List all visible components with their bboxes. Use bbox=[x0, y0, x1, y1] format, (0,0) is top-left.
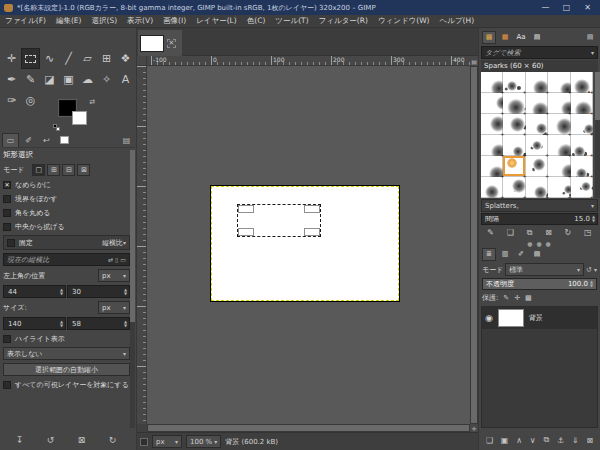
menu-layer[interactable]: レイヤー(L) bbox=[191, 16, 242, 26]
brush-item[interactable] bbox=[503, 135, 525, 156]
layer-mode-combo[interactable]: 標準 ▾ bbox=[505, 263, 584, 276]
menu-windows[interactable]: ウィンドウ(W) bbox=[373, 16, 435, 26]
raise-layer-button[interactable]: ∧ bbox=[516, 436, 522, 445]
vertical-scrollbar[interactable] bbox=[470, 66, 478, 424]
menu-filters[interactable]: フィルター(R) bbox=[314, 16, 373, 26]
position-x-field[interactable]: 44 ▲▼ bbox=[3, 285, 66, 298]
brush-item[interactable] bbox=[571, 156, 593, 177]
scrollbar-thumb[interactable] bbox=[130, 150, 135, 322]
reset-tool-options-button[interactable]: ↻ bbox=[109, 435, 117, 445]
brush-item[interactable] bbox=[548, 135, 570, 156]
brush-item[interactable] bbox=[526, 177, 548, 198]
brush-item[interactable] bbox=[548, 177, 570, 198]
open-brush-as-image-button[interactable]: ◳ bbox=[584, 228, 592, 237]
zoom-tool[interactable]: ◎ bbox=[21, 90, 40, 111]
channels-tab[interactable]: ▥ bbox=[498, 248, 512, 261]
dock-menu-icon[interactable]: ▤ bbox=[583, 31, 597, 44]
spinner-icon[interactable]: ▲▼ bbox=[124, 320, 127, 328]
landscape-icon[interactable]: ▭ bbox=[120, 256, 126, 263]
spinner-icon[interactable]: ▲▼ bbox=[60, 288, 63, 296]
lock-alpha-button[interactable]: ▩ bbox=[525, 294, 532, 302]
eraser-tool[interactable]: ◪ bbox=[40, 69, 59, 90]
dock-menu-icon[interactable]: ▤ bbox=[118, 133, 135, 147]
antialiasing-checkbox[interactable]: ✕ bbox=[3, 181, 11, 189]
brush-item[interactable] bbox=[571, 72, 593, 93]
color-picker-tool[interactable]: ✑ bbox=[2, 90, 21, 111]
brush-item[interactable] bbox=[503, 156, 525, 177]
ruler-menu-icon[interactable]: ▤ bbox=[470, 56, 478, 66]
selection-handle-top-left[interactable] bbox=[238, 205, 254, 213]
brush-item[interactable] bbox=[503, 93, 525, 114]
selection-handle-top-right[interactable] bbox=[304, 205, 320, 213]
menu-help[interactable]: ヘルプ(H) bbox=[435, 16, 480, 26]
brush-item[interactable] bbox=[481, 177, 503, 198]
brush-item[interactable] bbox=[481, 156, 503, 177]
tool-options-tab[interactable]: ▭ bbox=[2, 133, 19, 147]
menu-edit[interactable]: 編集(E) bbox=[51, 16, 87, 26]
antialiasing-row[interactable]: ✕なめらかに bbox=[3, 179, 130, 190]
scrollbar-thumb[interactable] bbox=[595, 72, 600, 120]
highlight-checkbox[interactable] bbox=[3, 335, 11, 343]
brush-item[interactable] bbox=[548, 72, 570, 93]
image-tab[interactable]: ✕ bbox=[138, 30, 182, 56]
colors-tab[interactable] bbox=[56, 133, 73, 147]
brush-item[interactable] bbox=[503, 72, 525, 93]
brush-item[interactable] bbox=[503, 177, 525, 198]
minimize-button[interactable]: — bbox=[537, 3, 554, 12]
crop-tool[interactable]: ▱ bbox=[78, 48, 97, 69]
brush-item[interactable] bbox=[571, 177, 593, 198]
brush-item[interactable] bbox=[571, 93, 593, 114]
patterns-tab[interactable]: ▦ bbox=[498, 31, 512, 44]
brushes-tab[interactable]: ▩ bbox=[482, 31, 496, 44]
fonts-tab[interactable]: Aa bbox=[514, 31, 528, 44]
layer-row[interactable]: ◉背景 bbox=[482, 307, 597, 329]
menu-image[interactable]: 画像(I) bbox=[158, 16, 191, 26]
lower-layer-button[interactable]: ∨ bbox=[530, 436, 536, 445]
guides-dropdown[interactable]: 表示しない ▾ bbox=[3, 347, 130, 360]
brush-item[interactable] bbox=[548, 156, 570, 177]
fixed-row[interactable]: 固定 縦横比 ▾ bbox=[3, 235, 130, 250]
duplicate-brush-button[interactable]: ⧉ bbox=[527, 228, 533, 238]
anchor-layer-button[interactable]: ⚓ bbox=[557, 436, 564, 445]
feather-edges-row[interactable]: 境界をぼかす bbox=[3, 193, 130, 204]
mode-add-button[interactable]: ⊞ bbox=[47, 164, 60, 176]
swap-aspect-icon[interactable]: ⇄ bbox=[108, 256, 113, 263]
delete-tool-preset-button[interactable]: ⊠ bbox=[78, 435, 86, 445]
spinner-icon[interactable]: ▲▼ bbox=[592, 215, 595, 223]
scrollbar-thumb[interactable] bbox=[471, 67, 477, 423]
close-button[interactable]: ✕ bbox=[579, 3, 596, 12]
brush-item[interactable] bbox=[503, 114, 525, 135]
lock-position-button[interactable]: ✛ bbox=[514, 294, 520, 302]
edit-brush-button[interactable]: ✎ bbox=[487, 228, 494, 237]
move-tool[interactable]: ✛ bbox=[2, 48, 21, 69]
brush-item[interactable] bbox=[548, 93, 570, 114]
clone-tool[interactable]: ▣ bbox=[59, 69, 78, 90]
menu-select[interactable]: 選択(S) bbox=[86, 16, 122, 26]
feather-edges-checkbox[interactable] bbox=[3, 195, 11, 203]
device-status-tab[interactable]: ✐ bbox=[20, 133, 37, 147]
layers-tab[interactable]: ≣ bbox=[482, 248, 496, 261]
vertical-ruler[interactable]: -1000100200300 bbox=[137, 66, 147, 424]
restore-tool-preset-button[interactable]: ↺ bbox=[47, 435, 55, 445]
new-layer-group-button[interactable]: ▣ bbox=[501, 436, 509, 445]
sample-merged-checkbox[interactable] bbox=[3, 381, 11, 389]
default-colors-icon[interactable] bbox=[53, 124, 60, 131]
undo-history-tab[interactable]: ↩ bbox=[38, 133, 55, 147]
mode-replace-button[interactable]: □ bbox=[32, 164, 45, 176]
selection-handle-bottom-left[interactable] bbox=[238, 228, 254, 236]
delete-brush-button[interactable]: ⊠ bbox=[545, 228, 552, 237]
brush-tags-input[interactable]: Splatters, ▾ bbox=[481, 199, 598, 212]
brush-item[interactable] bbox=[481, 135, 503, 156]
delete-layer-button[interactable]: ⊠ bbox=[586, 436, 593, 445]
canvas-image[interactable] bbox=[211, 186, 399, 301]
aspect-ratio-input[interactable]: 現在の縦横比 ⇄ ▯ ▭ bbox=[3, 253, 130, 266]
brush-item[interactable] bbox=[526, 93, 548, 114]
smudge-tool[interactable]: ☁ bbox=[78, 69, 97, 90]
brush-spacing-slider[interactable]: 間隔 15.0 ▲▼ bbox=[481, 213, 598, 225]
swap-colors-icon[interactable]: ⇄ bbox=[89, 98, 95, 106]
menu-colors[interactable]: 色(C) bbox=[242, 16, 271, 26]
ink-tool[interactable]: ✒ bbox=[2, 69, 21, 90]
position-unit-combo[interactable]: px ▾ bbox=[98, 269, 130, 282]
text-tool[interactable]: A bbox=[116, 69, 135, 90]
brush-grid-scrollbar[interactable] bbox=[595, 72, 600, 198]
